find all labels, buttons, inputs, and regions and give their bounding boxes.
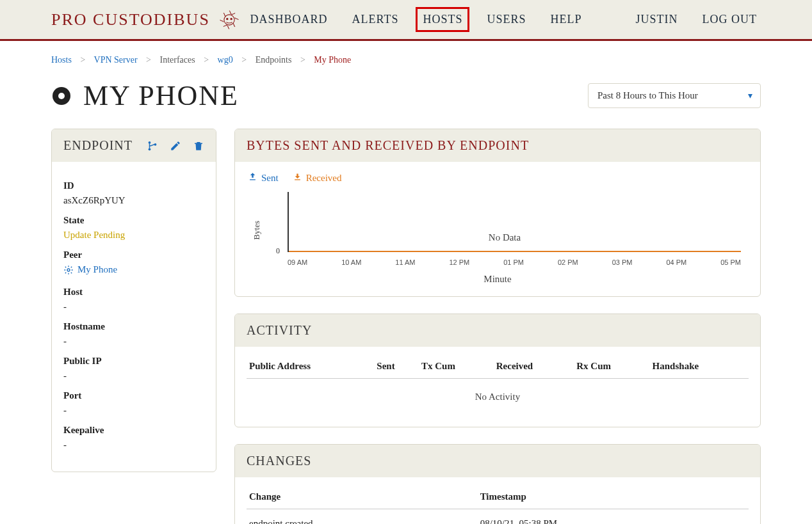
time-range-label: Past 8 Hours to This Hour bbox=[597, 90, 698, 101]
changes-panel-header: CHANGES bbox=[235, 445, 760, 477]
brand-name: PRO CUSTODIBUS bbox=[51, 10, 210, 29]
endpoint-details: ID asXcZ6RpYUY State Update Pending Peer… bbox=[63, 180, 204, 450]
col-change: Change bbox=[247, 486, 478, 509]
chart-x-ticks: 09 AM 10 AM 11 AM 12 PM 01 PM 02 PM 03 P… bbox=[288, 258, 741, 266]
crumb-current: My Phone bbox=[314, 55, 351, 65]
change-cell: endpoint created bbox=[247, 509, 478, 525]
chart-xlabel: Minute bbox=[248, 274, 747, 285]
peer-link[interactable]: My Phone bbox=[63, 264, 117, 275]
svg-point-6 bbox=[149, 148, 151, 150]
nav-users[interactable]: USERS bbox=[483, 10, 530, 29]
upload-icon bbox=[248, 172, 257, 184]
nav-logout[interactable]: LOG OUT bbox=[699, 10, 761, 29]
changes-table: Change Timestamp endpoint created 08/10/… bbox=[247, 486, 749, 524]
publicip-label: Public IP bbox=[63, 356, 204, 367]
legend-sent[interactable]: Sent bbox=[248, 172, 279, 184]
activity-panel-header: ACTIVITY bbox=[235, 314, 760, 347]
svg-point-2 bbox=[231, 18, 232, 19]
endpoint-panel-title: ENDPOINT bbox=[63, 138, 135, 153]
nav-alerts[interactable]: ALERTS bbox=[348, 10, 403, 29]
chart-y-tick-0: 0 bbox=[276, 246, 280, 256]
crumb-sep: > bbox=[146, 55, 151, 65]
breadcrumb: Hosts > VPN Server > Interfaces > wg0 > … bbox=[51, 49, 761, 74]
chart-legend: Sent Received bbox=[248, 172, 747, 184]
activity-table: Public Address Sent Tx Cum Received Rx C… bbox=[247, 356, 749, 415]
hostname-label: Hostname bbox=[63, 321, 204, 332]
svg-point-1 bbox=[227, 18, 228, 19]
activity-empty-text: No Activity bbox=[247, 379, 749, 416]
crumb-sep: > bbox=[80, 55, 85, 65]
peer-label: Peer bbox=[63, 250, 204, 260]
port-label: Port bbox=[63, 390, 204, 401]
endpoint-panel-header: ENDPOINT bbox=[52, 129, 216, 162]
crumb-endpoints: Endpoints bbox=[256, 55, 292, 65]
title-row: MY PHONE Past 8 Hours to This Hour ▾ bbox=[51, 79, 761, 112]
activity-panel-title: ACTIVITY bbox=[247, 323, 749, 338]
state-label: State bbox=[63, 215, 204, 226]
gear-outline-icon bbox=[63, 265, 74, 275]
crumb-hosts[interactable]: Hosts bbox=[51, 55, 72, 65]
page-title-group: MY PHONE bbox=[51, 79, 239, 112]
chart-plot: 0 No Data 09 AM 10 AM 11 AM 12 PM 01 PM … bbox=[262, 192, 747, 269]
activity-empty-row: No Activity bbox=[247, 379, 749, 416]
host-label: Host bbox=[63, 287, 204, 298]
changes-panel-title: CHANGES bbox=[247, 454, 749, 468]
top-navbar: PRO CUSTODIBUS DASHBOARD ALERTS HOSTS US… bbox=[0, 0, 812, 41]
crumb-vpn-server[interactable]: VPN Server bbox=[94, 55, 138, 65]
download-icon bbox=[293, 172, 302, 184]
activity-panel: ACTIVITY Public Address Sent Tx Cum Rece… bbox=[234, 314, 761, 427]
delete-icon[interactable] bbox=[193, 140, 204, 152]
id-value: asXcZ6RpYUY bbox=[63, 195, 204, 206]
endpoint-panel: ENDPOINT ID asXcZ6RpYUY State bbox=[51, 129, 216, 472]
crumb-interfaces: Interfaces bbox=[160, 55, 195, 65]
chart-ylabel: Bytes bbox=[248, 221, 262, 240]
port-value: - bbox=[63, 405, 204, 416]
crumb-wg0[interactable]: wg0 bbox=[218, 55, 233, 65]
bytes-chart-title: BYTES SENT AND RECEIVED BY ENDPOINT bbox=[247, 138, 749, 153]
col-timestamp: Timestamp bbox=[478, 486, 749, 509]
nav-user[interactable]: JUSTIN bbox=[631, 10, 681, 29]
bytes-chart-panel: BYTES SENT AND RECEIVED BY ENDPOINT Sent… bbox=[234, 129, 761, 297]
hostname-value: - bbox=[63, 336, 204, 347]
keepalive-value: - bbox=[63, 440, 204, 450]
page-title: MY PHONE bbox=[83, 79, 239, 112]
col-sent: Sent bbox=[374, 356, 419, 379]
changes-panel: CHANGES Change Timestamp endpoint creat bbox=[234, 444, 761, 524]
table-row: endpoint created 08/10/21, 05:38 PM bbox=[247, 509, 749, 525]
chart-y-axis bbox=[288, 192, 289, 252]
brand[interactable]: PRO CUSTODIBUS bbox=[51, 8, 241, 31]
branch-icon[interactable] bbox=[147, 140, 158, 152]
host-value: - bbox=[63, 301, 204, 312]
time-range-select[interactable]: Past 8 Hours to This Hour ▾ bbox=[588, 83, 761, 108]
bytes-chart-header: BYTES SENT AND RECEIVED BY ENDPOINT bbox=[235, 129, 760, 162]
edit-icon[interactable] bbox=[170, 140, 181, 152]
timestamp-cell: 08/10/21, 05:38 PM bbox=[478, 509, 749, 525]
col-received: Received bbox=[494, 356, 574, 379]
col-public-address: Public Address bbox=[247, 356, 374, 379]
svg-point-5 bbox=[149, 141, 151, 143]
chevron-down-icon: ▾ bbox=[748, 90, 752, 101]
nav-help[interactable]: HELP bbox=[546, 10, 585, 29]
legend-received[interactable]: Received bbox=[293, 172, 342, 184]
crumb-sep: > bbox=[300, 55, 305, 65]
id-label: ID bbox=[63, 180, 204, 191]
nav-dashboard[interactable]: DASHBOARD bbox=[246, 10, 331, 29]
nav-links: DASHBOARD ALERTS HOSTS USERS HELP JUSTIN… bbox=[246, 10, 761, 29]
col-rxcum: Rx Cum bbox=[574, 356, 649, 379]
endpoint-dot-icon bbox=[51, 86, 72, 106]
chart-flat-line bbox=[289, 251, 741, 252]
col-handshake: Handshake bbox=[650, 356, 749, 379]
crumb-sep: > bbox=[241, 55, 247, 65]
state-value: Update Pending bbox=[63, 230, 204, 241]
keepalive-label: Keepalive bbox=[63, 425, 204, 436]
chart-nodata-label: No Data bbox=[489, 232, 521, 243]
chart-area: Bytes 0 No Data 09 AM 10 AM 11 AM 1 bbox=[248, 192, 747, 269]
svg-point-8 bbox=[67, 269, 70, 271]
crumb-sep: > bbox=[204, 55, 209, 65]
publicip-value: - bbox=[63, 370, 204, 381]
col-txcum: Tx Cum bbox=[419, 356, 494, 379]
nav-hosts[interactable]: HOSTS bbox=[419, 10, 466, 29]
medusa-logo-icon bbox=[218, 8, 241, 31]
peer-value: My Phone bbox=[77, 264, 117, 275]
svg-point-4 bbox=[58, 93, 65, 99]
